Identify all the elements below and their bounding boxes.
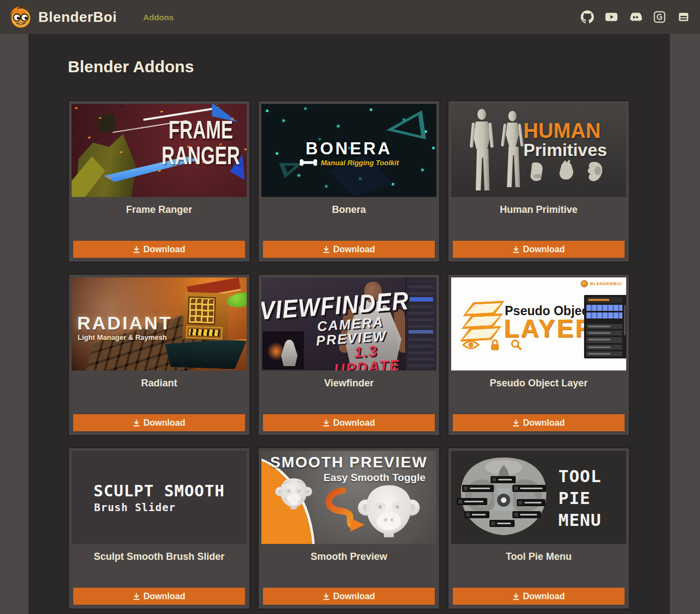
download-icon [512, 246, 520, 253]
smooth-preview-thumbnail: SMOOTH PREVIEW Easy Smooth Toggle [261, 451, 436, 544]
addon-card-frame-ranger: FRAMERANGER Frame Ranger Download [68, 100, 250, 263]
addon-card-viewfinder: VIEWFINDER CAMERA PREVIEW 1.3 UPDATE Vie… [258, 274, 440, 436]
pie-menu-item [517, 499, 545, 506]
addon-title: Tool Pie Menu [448, 551, 629, 563]
download-button[interactable]: Download [453, 241, 625, 258]
download-icon [133, 246, 140, 253]
addon-card-human-primitive: HUMAN Primitives Human Primitive [447, 100, 630, 263]
addon-card-tool-pie-menu: TOOL PIE MENU Tool Pie Menu Download [447, 447, 630, 610]
brand-title[interactable]: BlenderBoi [38, 9, 117, 26]
human-figures-graphic [465, 107, 528, 196]
addon-title: Bonera [259, 204, 439, 216]
addon-card-smooth-preview: SMOOTH PREVIEW Easy Smooth Toggle Smooth… [258, 447, 440, 610]
radiant-thumbnail: RADIANT Light Manager & Raymesh [72, 277, 247, 370]
marketplace-icon[interactable] [677, 10, 690, 24]
magnifier-icon [510, 339, 522, 351]
pie-menu-item [512, 485, 546, 492]
pie-menu-item [491, 476, 516, 483]
monkey-head-smooth [357, 482, 421, 538]
download-button[interactable]: Download [263, 414, 435, 431]
download-icon [323, 419, 330, 427]
addon-card-bonera: BONERA Manual Rigging Toolkit Bonera Dow… [258, 100, 440, 263]
addon-card-radiant: RADIANT Light Manager & Raymesh Radiant … [68, 274, 250, 436]
addon-title: Sculpt Smooth Brush Slider [69, 551, 249, 563]
download-button[interactable]: Download [453, 588, 625, 605]
tool-pie-menu-thumbnail: TOOL PIE MENU [451, 451, 626, 544]
monkey-head-faceted [271, 476, 316, 510]
addon-title: Smooth Preview [259, 551, 439, 563]
addon-title: Frame Ranger [69, 204, 249, 216]
blenderboi-mini-logo [581, 280, 588, 287]
addon-title: Viewfinder [259, 378, 439, 389]
frame-ranger-thumbnail: FRAMERANGER [72, 104, 247, 197]
download-button[interactable]: Download [73, 414, 245, 431]
bone-icon [299, 158, 318, 167]
pie-menu-item [457, 498, 487, 505]
download-button[interactable]: Download [263, 241, 435, 258]
download-icon [512, 419, 520, 427]
download-button[interactable]: Download [73, 241, 245, 258]
pie-menu-item [512, 511, 541, 518]
pie-menu-item [462, 485, 494, 492]
addon-grid: FRAMERANGER Frame Ranger Download BONERA [68, 100, 631, 610]
blender-ui-panel [584, 295, 626, 358]
download-button[interactable]: Download [453, 414, 625, 431]
download-icon [133, 593, 140, 600]
nav-link-addons[interactable]: Addons [143, 13, 174, 22]
discord-icon[interactable] [629, 10, 642, 24]
social-links [581, 10, 691, 24]
page-title: Blender Addons [28, 34, 670, 76]
bonera-thumbnail: BONERA Manual Rigging Toolkit [261, 104, 436, 197]
download-icon [512, 593, 520, 600]
addon-card-pseudo-object-layer: BLENDERBOI Pseudo Object LAYER [447, 274, 630, 436]
addon-card-sculpt-smooth: SCULPT SMOOTH Brush Slider Sculpt Smooth… [68, 447, 250, 610]
sculpt-smooth-thumbnail: SCULPT SMOOTH Brush Slider [72, 451, 247, 544]
main-content: Blender Addons FRAMERANGER Frame Ranger … [28, 34, 670, 614]
lock-icon [488, 339, 501, 351]
pie-menu-item [489, 520, 515, 527]
addon-title: Pseudo Object Layer [448, 378, 629, 389]
addon-title: Radiant [69, 378, 249, 389]
download-icon [133, 419, 140, 427]
human-primitive-thumbnail: HUMAN Primitives [451, 104, 626, 197]
github-icon[interactable] [581, 10, 594, 24]
download-icon [323, 246, 330, 253]
download-button[interactable]: Download [73, 588, 245, 605]
eye-icon [462, 339, 480, 350]
download-icon [323, 593, 330, 600]
pseudo-object-layer-thumbnail: BLENDERBOI Pseudo Object LAYER [451, 277, 626, 370]
site-header: BlenderBoi Addons [0, 0, 700, 34]
pie-menu-item [464, 511, 489, 518]
download-button[interactable]: Download [263, 588, 435, 605]
body-parts-graphic [528, 160, 610, 188]
addon-title: Human Primitive [448, 204, 629, 216]
youtube-icon[interactable] [605, 10, 618, 24]
viewfinder-thumbnail: VIEWFINDER CAMERA PREVIEW 1.3 UPDATE [261, 277, 436, 370]
blenderboi-logo-icon[interactable] [9, 5, 33, 29]
gumroad-icon[interactable] [653, 10, 666, 24]
